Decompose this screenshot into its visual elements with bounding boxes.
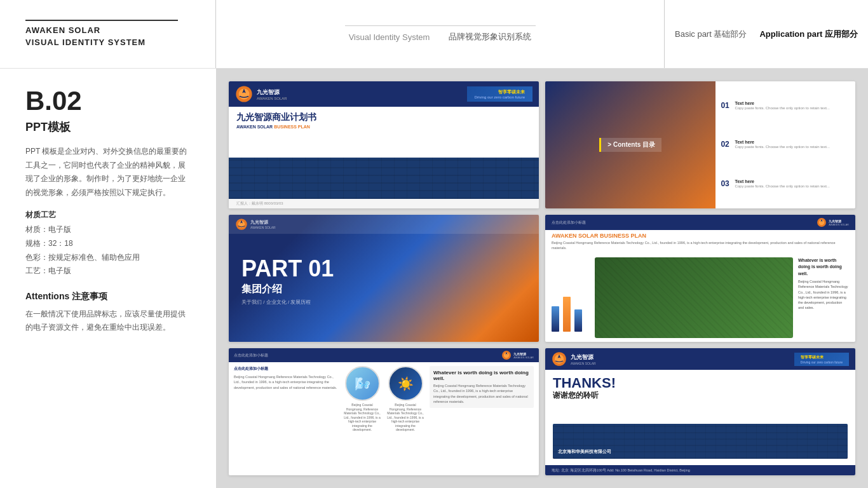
slide-3-logo-en: AWAKEN SOLAR xyxy=(250,226,276,229)
solar-panels-bg xyxy=(229,158,539,199)
slide-5: 点击此处添加小标题 九光智源 AWAKEN SOLAR xyxy=(229,348,539,475)
slide-5-caption-1: Beijing Coastal Hongmang, Reference Mate… xyxy=(343,403,381,432)
nav-labels: Visual Identity System 品牌视觉形象识别系统 xyxy=(349,31,532,43)
slide-5-caption-2: Beijing Coastal Hongmang, Reference Mate… xyxy=(386,403,424,432)
slide-5-text: 点击此处添加小标题 Beijing Coastal Hongmang Refer… xyxy=(234,366,338,471)
slide-1-logo-cn: 九光智源 xyxy=(257,88,287,97)
slide-1-banner: 智享零碳未来 Driving our zero carbon future xyxy=(467,86,532,102)
toc-num-3: 03 xyxy=(721,179,731,188)
slide-1-footer: 汇报人：戴永明 8000/03/03 xyxy=(229,199,539,208)
slide-6: 九光智源 AWAKEN SOLAR 智享零碳未来 Driving our zer… xyxy=(545,348,855,475)
slide-6-logo-cn: 九光智源 xyxy=(571,353,596,362)
slide-5-desc: Beijing Coastal Hongmang Reference Mater… xyxy=(234,374,338,390)
slide-1: 九光智源 AWAKEN SOLAR 智享零碳未来 Driving our zer… xyxy=(229,81,539,208)
slide-1-logo: 九光智源 AWAKEN SOLAR xyxy=(235,85,287,103)
slide-4-bp-desc: Beijing Coastal Hongmang Reference Mater… xyxy=(552,240,849,251)
slide-1-body: 九光智源商业计划书 AWAKEN SOLAR BUSINESS PLAN xyxy=(229,107,539,158)
part-cn-title: 集团介绍 xyxy=(241,283,282,296)
slide-4: 点击此处添加小标题 九光智源 AWAKEN SOLAR xyxy=(545,215,855,342)
brand-name: AWAKEN SOLAR VISUAL IDENTITY SYSTEM xyxy=(25,25,190,48)
slide-3-logo: 九光智源 AWAKEN SOLAR xyxy=(235,218,276,231)
slide-3-header: 九光智源 AWAKEN SOLAR xyxy=(229,215,539,234)
slide-5-img-2: ☀️ Beijing Coastal Hongmang, Reference M… xyxy=(386,366,424,432)
toc-item-3: 03 Text here Copy paste fonts. Choose th… xyxy=(721,179,850,189)
awaken-solar-icon xyxy=(235,85,253,103)
slide-5-right: Whatever is worth doing is worth doing w… xyxy=(430,366,534,471)
slide-4-logo: 九光智源 AWAKEN SOLAR xyxy=(817,217,849,227)
toc-num-1: 01 xyxy=(721,101,731,110)
slide-5-logo: 九光智源 AWAKEN SOLAR xyxy=(501,350,534,360)
spec-item-1: 材质：电子版 xyxy=(25,223,191,237)
header-nav-center: Visual Identity System 品牌视觉形象识别系统 xyxy=(216,0,665,68)
header: AWAKEN SOLAR VISUAL IDENTITY SYSTEM Visu… xyxy=(0,0,868,69)
toc-heading-3: Text here xyxy=(735,179,829,184)
slide-5-header: 点击此处添加小标题 九光智源 AWAKEN SOLAR xyxy=(229,348,539,362)
toc-item-2: 02 Text here Copy paste fonts. Choose th… xyxy=(721,140,850,149)
slide-6-logo-icon xyxy=(552,351,567,367)
slide-5-subtitle: 点击此处添加小标题 xyxy=(234,353,268,358)
slide-5-whatever-desc: Beijing Coastal Hongmang Reference Mater… xyxy=(433,383,530,404)
slide-6-footer: 地址: 北京 海淀区北四环路100号 Add: No.100 Beisihuan… xyxy=(545,465,855,475)
section-title: PPT模板 xyxy=(25,119,191,135)
brand-line xyxy=(25,20,178,21)
thanks-title: THANKS! xyxy=(553,376,848,390)
spec-item-4: 工艺：电子版 xyxy=(25,264,191,278)
attention-title: Attentions 注意事项 xyxy=(25,291,191,302)
contents-label: > Contents 目录 xyxy=(599,138,661,152)
slide-1-image xyxy=(229,158,539,199)
thanks-cn: 谢谢您的聆听 xyxy=(553,390,848,401)
toc-desc-2: Copy paste fonts. Choose the only option… xyxy=(735,144,829,149)
chart-bars xyxy=(552,257,590,339)
spec-block: 材质工艺 材质：电子版 规格：32：18 色彩：按规定标准色、辅助色应用 工艺：… xyxy=(25,210,191,278)
slide-6-image: 北京海和华美科技有限公司 xyxy=(553,424,848,459)
nav-basic[interactable]: Basic part 基础部分 xyxy=(675,29,747,40)
wind-icon: 🌬️ xyxy=(355,376,370,391)
sidebar: B.02 PPT模板 PPT 模板是企业对内、对外交换信息的最重要的工具之一，它… xyxy=(0,69,216,488)
nav-top-line xyxy=(345,25,536,26)
wind-image: 🌬️ xyxy=(345,366,380,401)
toc-item-1: 01 Text here Copy paste fonts. Choose th… xyxy=(721,101,850,111)
solar-icon: ☀️ xyxy=(398,376,414,391)
toc-num-2: 02 xyxy=(721,140,731,149)
slide-2-right: 01 Text here Copy paste fonts. Choose th… xyxy=(715,81,855,208)
slide-6-banner-en: Driving our zero carbon future xyxy=(801,360,843,364)
slide-4-logo-icon xyxy=(817,217,827,227)
slide-4-bp-title: AWAKEN SOLAR BUSINESS PLAN xyxy=(552,233,849,239)
main-content: B.02 PPT模板 PPT 模板是企业对内、对外交换信息的最重要的工具之一，它… xyxy=(0,69,868,488)
slide-4-side: Whatever is worth doing is worth doing w… xyxy=(798,257,849,339)
slide-5-body: 点击此处添加小标题 Beijing Coastal Hongmang Refer… xyxy=(229,362,539,475)
nav-label-cn: 品牌视觉形象识别系统 xyxy=(449,31,531,43)
slide-6-body: THANKS! 谢谢您的聆听 北京海和华美科技有限公司 xyxy=(545,370,855,465)
slide-6-thanks: THANKS! 谢谢您的聆听 xyxy=(553,376,848,401)
nav-application[interactable]: Application part 应用部分 xyxy=(759,29,858,40)
slide-1-header: 九光智源 AWAKEN SOLAR 智享零碳未来 Driving our zer… xyxy=(229,81,539,107)
slide-4-header: 点击此处添加小标题 九光智源 AWAKEN SOLAR xyxy=(545,215,855,230)
toc-heading-2: Text here xyxy=(735,140,829,144)
slide-4-whatever-desc: Beijing Coastal Hongmang Reference Mater… xyxy=(798,279,849,311)
nav-label-en: Visual Identity System xyxy=(349,32,430,42)
part-num: PART 01 xyxy=(241,257,334,280)
solar-image: ☀️ xyxy=(388,366,423,401)
part-subtitle: 关于我们 / 企业文化 / 发展历程 xyxy=(241,299,311,306)
slide-4-whatever: Whatever is worth doing is worth doing w… xyxy=(798,257,849,278)
slide-6-logo: 九光智源 AWAKEN SOLAR xyxy=(552,351,596,367)
section-desc: PPT 模板是企业对内、对外交换信息的最重要的工具之一，它同时也代表了企业的精神… xyxy=(25,145,191,200)
slide-4-body: Whatever is worth doing is worth doing w… xyxy=(545,254,855,342)
slide-6-header: 九光智源 AWAKEN SOLAR 智享零碳未来 Driving our zer… xyxy=(545,348,855,370)
toc-desc-1: Copy paste fonts. Choose the only option… xyxy=(735,105,829,111)
slide-5-img-1: 🌬️ Beijing Coastal Hongmang, Reference M… xyxy=(343,366,381,432)
slide-1-banner-cn: 智享零碳未来 xyxy=(498,89,525,95)
slide-5-bp-title: 点击此处添加小标题 xyxy=(234,366,338,372)
chart-bar-1 xyxy=(552,306,559,332)
spec-item-3: 色彩：按规定标准色、辅助色应用 xyxy=(25,251,191,265)
slide-5-logo-icon xyxy=(501,350,512,360)
aerial-pattern xyxy=(595,257,793,339)
slide-2-left: > Contents 目录 xyxy=(545,81,715,208)
spec-item-2: 规格：32：18 xyxy=(25,237,191,251)
slide-6-company: 北京海和华美科技有限公司 xyxy=(558,449,611,455)
header-nav-right: Basic part 基础部分 Application part 应用部分 xyxy=(665,0,868,68)
slide-4-logo-en: AWAKEN SOLAR xyxy=(829,223,849,226)
slide-2: > Contents 目录 01 Text here Copy paste fo… xyxy=(545,81,855,208)
slide-4-subtitle: 点击此处添加小标题 xyxy=(552,220,586,226)
slide-3-logo-icon xyxy=(235,218,248,231)
